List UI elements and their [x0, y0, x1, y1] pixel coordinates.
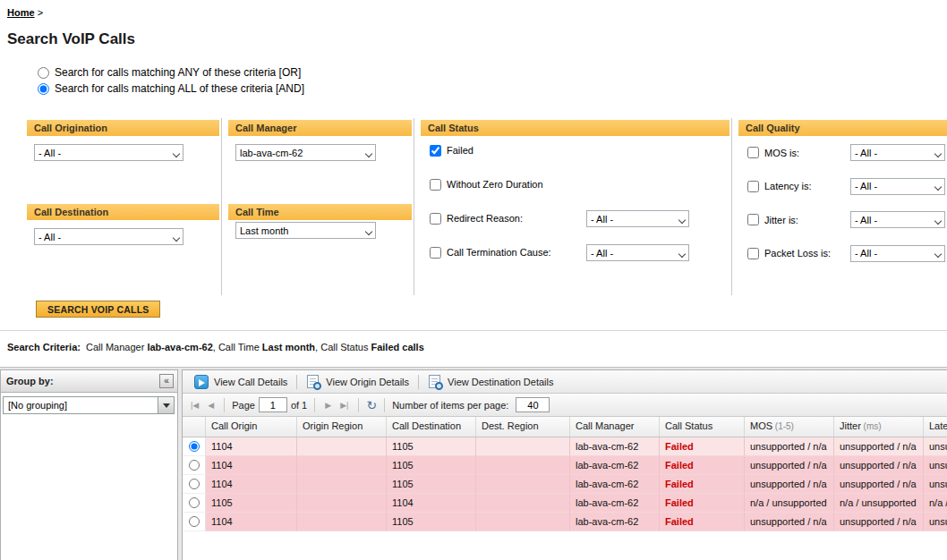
row-select-radio[interactable] — [189, 460, 200, 471]
match-all-label: Search for calls matching ALL of these c… — [55, 82, 304, 95]
row-select-cell[interactable] — [183, 456, 206, 475]
page-number-input[interactable] — [259, 397, 287, 412]
call-origination-select[interactable]: - All - — [34, 144, 183, 161]
column-header-mos[interactable]: MOS (1-5) — [745, 417, 834, 437]
column-header-label: Dest. Region — [482, 420, 539, 431]
row-select-cell[interactable] — [183, 475, 206, 494]
quality-checkbox[interactable] — [747, 248, 759, 259]
prev-page-button[interactable]: ◀ — [205, 399, 217, 412]
quality-select-value: - All - — [855, 248, 932, 259]
grouping-select[interactable]: [No grouping] — [3, 396, 175, 414]
row-select-cell[interactable] — [183, 494, 206, 513]
column-header-label: Call Status — [665, 420, 712, 431]
chevron-down-icon[interactable] — [158, 396, 175, 414]
call-termination-cause-checkbox[interactable] — [430, 247, 441, 259]
quality-select[interactable]: - All - — [850, 245, 945, 262]
without-zero-duration-checkbox-row[interactable]: Without Zero Duration — [430, 177, 543, 191]
column-header-unit: (ms) — [861, 421, 882, 431]
redirect-reason-value: - All - — [591, 214, 676, 225]
without-zero-duration-checkbox[interactable] — [430, 179, 441, 191]
criteria-segment: , Call Status — [315, 342, 371, 352]
grid-toolbar: View Call DetailsView Origin DetailsView… — [183, 370, 947, 394]
toolbar-button-call-details[interactable]: View Call Details — [190, 373, 292, 391]
results-section: Group by: « [No grouping] View Call Deta… — [0, 367, 947, 560]
match-any-radio-row[interactable]: Search for calls matching ANY of these c… — [38, 64, 304, 81]
match-options: Search for calls matching ANY of these c… — [38, 64, 304, 97]
quality-row: Packet Loss is:- All - — [747, 245, 945, 262]
chevron-down-icon — [676, 250, 688, 257]
call-termination-cause-select[interactable]: - All - — [586, 244, 689, 261]
call-time-select[interactable]: Last month — [235, 222, 376, 239]
column-header-label: Jitter — [840, 420, 861, 431]
chevron-down-icon — [932, 250, 944, 257]
redirect-reason-checkbox-row[interactable]: Redirect Reason: — [430, 211, 523, 225]
match-any-radio[interactable] — [38, 67, 49, 79]
column-header-latency[interactable]: Latency — [924, 417, 947, 437]
call-termination-cause-checkbox-row[interactable]: Call Termination Cause: — [430, 245, 551, 259]
call-destination-select[interactable]: - All - — [34, 228, 183, 245]
quality-select-value: - All - — [855, 215, 932, 225]
page-label: Page — [232, 400, 255, 411]
match-all-radio-row[interactable]: Search for calls matching ALL of these c… — [38, 81, 304, 97]
match-all-radio[interactable] — [38, 83, 49, 95]
table-row[interactable]: 11051104lab-ava-cm-62Failedn/a / unsuppo… — [183, 494, 947, 513]
quality-checkbox-row[interactable]: Jitter is: — [747, 214, 798, 225]
toolbar-button-destination-details[interactable]: View Destination Details — [423, 373, 558, 390]
quality-select[interactable]: - All - — [850, 178, 945, 195]
search-voip-calls-button[interactable]: SEARCH VOIP CALLS — [36, 301, 160, 318]
column-header-call_destination[interactable]: Call Destination — [387, 417, 476, 437]
quality-checkbox-row[interactable]: MOS is: — [747, 147, 799, 158]
cell-latency: unsupported / n/a — [924, 456, 947, 475]
column-header-call_manager[interactable]: Call Manager — [570, 417, 660, 437]
breadcrumb-home-link[interactable]: Home — [7, 7, 35, 18]
table-row[interactable]: 11041105lab-ava-cm-62Failedunsupported /… — [183, 437, 947, 456]
items-per-page-label: Number of items per page: — [392, 400, 508, 411]
quality-select-value: - All - — [855, 148, 932, 158]
table-row[interactable]: 11041105lab-ava-cm-62Failedunsupported /… — [183, 513, 947, 531]
redirect-reason-checkbox[interactable] — [430, 213, 441, 225]
row-select-cell[interactable] — [183, 513, 206, 531]
quality-checkbox-row[interactable]: Packet Loss is: — [747, 248, 831, 259]
items-per-page-input[interactable] — [516, 397, 550, 412]
redirect-reason-select[interactable]: - All - — [586, 210, 689, 227]
row-select-radio[interactable] — [189, 497, 200, 508]
collapse-panel-button[interactable]: « — [159, 374, 174, 388]
quality-select[interactable]: - All - — [850, 144, 945, 161]
row-select-radio[interactable] — [189, 516, 200, 527]
quality-checkbox[interactable] — [747, 147, 759, 158]
call-destination-value: - All - — [38, 232, 170, 242]
quality-checkbox-row[interactable]: Latency is: — [747, 181, 812, 192]
column-header-call_origin[interactable]: Call Origin — [206, 417, 297, 437]
table-row[interactable]: 11041105lab-ava-cm-62Failedunsupported /… — [183, 475, 947, 494]
chevron-down-icon — [363, 227, 375, 234]
next-page-button[interactable]: ▶ — [322, 399, 334, 412]
quality-select[interactable]: - All - — [850, 211, 945, 228]
failed-checkbox-row[interactable]: Failed — [430, 143, 474, 157]
cell-call_destination: 1105 — [387, 513, 476, 531]
row-select-radio[interactable] — [189, 479, 200, 489]
last-page-button[interactable]: ▶| — [337, 399, 351, 412]
call-termination-cause-value: - All - — [591, 248, 676, 259]
quality-row: Jitter is:- All - — [747, 211, 945, 228]
refresh-icon[interactable]: ↻ — [366, 399, 377, 412]
column-header-jitter[interactable]: Jitter (ms) — [834, 417, 924, 437]
row-select-radio[interactable] — [189, 441, 200, 452]
table-row[interactable]: 11041105lab-ava-cm-62Failedunsupported /… — [183, 456, 947, 475]
column-header-call_status[interactable]: Call Status — [660, 417, 745, 437]
row-select-cell[interactable] — [183, 437, 206, 456]
group-by-title: Group by: — [6, 376, 54, 386]
row-select-column-header — [183, 417, 206, 437]
quality-checkbox[interactable] — [747, 214, 759, 225]
toolbar-button-origin-details[interactable]: View Origin Details — [302, 373, 414, 390]
call-manager-select[interactable]: lab-ava-cm-62 — [235, 144, 376, 161]
first-page-button[interactable]: |◀ — [188, 399, 201, 412]
column-header-origin_region[interactable]: Origin Region — [297, 417, 387, 437]
column-header-dest_region[interactable]: Dest. Region — [476, 417, 570, 437]
failed-label: Failed — [447, 145, 474, 156]
panel-header-call-origination: Call Origination — [27, 120, 219, 136]
call-termination-cause-label: Call Termination Cause: — [447, 247, 551, 258]
failed-checkbox[interactable] — [430, 145, 441, 157]
without-zero-duration-label: Without Zero Duration — [447, 179, 543, 190]
quality-checkbox[interactable] — [747, 181, 759, 192]
criteria-segment: Last month — [262, 342, 315, 352]
